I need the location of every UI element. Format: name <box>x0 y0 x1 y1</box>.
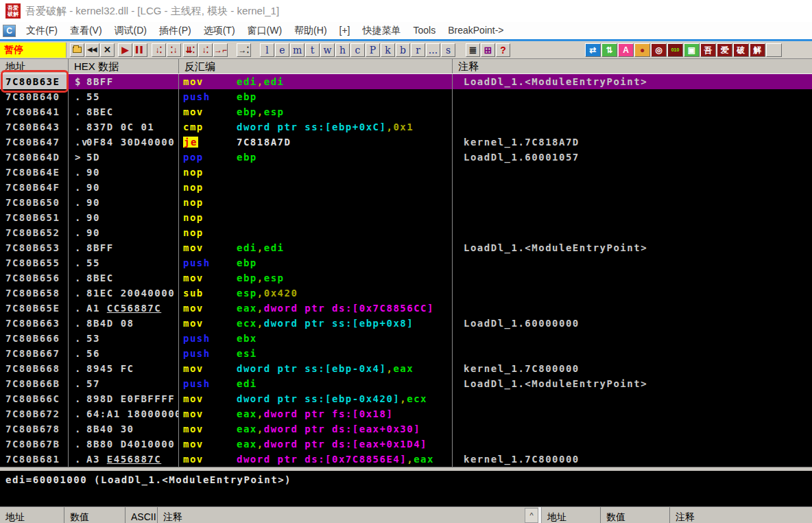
open-file-button[interactable] <box>70 43 84 57</box>
mdi-child-icon[interactable]: C <box>3 25 16 37</box>
plugin-swap-icon[interactable]: ⇄ <box>585 43 601 57</box>
windows-button[interactable]: w <box>320 43 335 57</box>
plugin-jie-icon[interactable]: 解 <box>750 43 765 57</box>
instruction-cell: je7C818A7D <box>179 135 453 150</box>
header-disassembly[interactable]: 反汇编 <box>179 59 453 73</box>
menu-item-options[interactable]: 选项(T) <box>198 23 241 38</box>
dump-header-comment[interactable]: 注释 <box>158 507 525 523</box>
plugin-updown-icon[interactable]: ⇅ <box>601 43 617 57</box>
disasm-row[interactable]: 7C80B652.90nop <box>0 225 812 240</box>
address-cell: 7C80B64D <box>0 150 69 165</box>
comment-cell <box>453 406 812 421</box>
disasm-row[interactable]: 7C80B668.8945 FCmovdword ptr ss:[ebp-0x4… <box>0 361 812 376</box>
instruction-cell: movedi,edi <box>179 74 453 89</box>
menu-item-tools[interactable]: Tools <box>407 23 442 38</box>
disasm-row[interactable]: 7C80B641.8BECmovebp,esp <box>0 104 812 119</box>
disasm-row[interactable]: 7C80B66C.898D E0FBFFFFmovdword ptr ss:[e… <box>0 391 812 406</box>
go-to-button[interactable]: →⁚ <box>237 43 251 57</box>
execute-till-return-button[interactable]: →⌐ <box>213 43 228 57</box>
disasm-row[interactable]: 7C80B653.8BFFmovedi,ediLoadDl_1.<ModuleE… <box>0 240 812 255</box>
disasm-row[interactable]: 7C80B655.55pushebp <box>0 255 812 270</box>
disasm-row[interactable]: 7C80B681.A3 E456887Cmovdword ptr ds:[0x7… <box>0 452 812 467</box>
restart-button[interactable]: ◀◀ <box>85 43 99 57</box>
disasm-row[interactable]: 7C80B647.v0F84 30D40000je7C818A7Dkernel_… <box>0 135 812 150</box>
toolbar-gap <box>456 43 466 57</box>
scroll-up-button[interactable]: ^ <box>525 508 538 523</box>
disasm-row[interactable]: 7C80B650.90nop <box>0 195 812 210</box>
threads-button[interactable]: t <box>305 43 320 57</box>
analysis-prefix: . <box>69 361 86 376</box>
plugin-window-icon[interactable]: ▣ <box>684 43 700 57</box>
disasm-row[interactable]: 7C80B66B.57pushediLoadDl_1.<ModuleEntryP… <box>0 376 812 391</box>
disasm-row[interactable]: 7C80B663.8B4D 08movecx,dword ptr ss:[ebp… <box>0 316 812 331</box>
breakpoints-button[interactable]: b <box>396 43 410 57</box>
disasm-row[interactable]: 7C80B65E.A1 CC56887Cmoveax,dword ptr ds:… <box>0 301 812 316</box>
disasm-row[interactable]: 7C80B64D>5DpopebpLoadDl_1.60001057 <box>0 150 812 165</box>
run-button[interactable]: ▶ <box>118 43 132 57</box>
menu-item-breakpoint[interactable]: BreakPoint-> <box>442 23 510 38</box>
menu-item-quick-menu[interactable]: 快捷菜单 <box>357 23 407 38</box>
executables-button[interactable]: e <box>275 43 289 57</box>
step-into-button[interactable]: ↓⁚ <box>152 43 166 57</box>
menu-item-windows[interactable]: 窗口(W) <box>241 23 289 38</box>
dump-header-address[interactable]: 地址 <box>0 507 64 523</box>
options-window-button[interactable]: ⊞ <box>481 43 495 57</box>
close-window-button[interactable]: ✕ <box>100 43 115 57</box>
call-stack-button[interactable]: k <box>381 43 395 57</box>
cpu-button[interactable]: c <box>350 43 365 57</box>
stack-header-comment[interactable]: 注释 <box>670 507 812 523</box>
plugin-wu-icon[interactable]: 吾 <box>700 43 716 57</box>
trace-over-button[interactable]: ↓⁚ <box>198 43 213 57</box>
help-button[interactable]: ? <box>496 43 510 57</box>
plugin-ai-icon[interactable]: 爱 <box>717 43 732 57</box>
disasm-row[interactable]: 7C80B666.53pushebx <box>0 331 812 346</box>
menu-item-debug[interactable]: 调试(D) <box>108 23 153 38</box>
disasm-row[interactable]: 7C80B67B.8B80 D4010000moveax,dword ptr d… <box>0 437 812 452</box>
blank-button[interactable] <box>766 43 782 57</box>
header-address[interactable]: 地址 <box>0 59 69 73</box>
stack-header-address[interactable]: 地址 <box>542 507 601 523</box>
disasm-row[interactable]: 7C80B672.64:A1 18000000moveax,dword ptr … <box>0 406 812 421</box>
menu-item-plugins[interactable]: 插件(P) <box>153 23 198 38</box>
plugin-assembler-icon[interactable]: A <box>618 43 634 57</box>
menu-item-help[interactable]: 帮助(H) <box>288 23 333 38</box>
disasm-row[interactable]: 7C80B651.90nop <box>0 210 812 225</box>
instruction-cell: nop <box>179 225 453 240</box>
memory-map-button[interactable]: m <box>290 43 304 57</box>
hex-cell: .8B80 D4010000 <box>69 437 179 452</box>
disasm-row[interactable]: 7C80B667.56pushesi <box>0 346 812 361</box>
plugin-po-icon[interactable]: 破 <box>733 43 749 57</box>
menu-items: 文件(F)查看(V)调试(D)插件(P)选项(T)窗口(W)帮助(H)[+]快捷… <box>20 23 510 38</box>
patches-button[interactable]: P <box>366 43 380 57</box>
disasm-row[interactable]: 7C80B640.55pushebp <box>0 89 812 104</box>
disasm-row[interactable]: 7C80B64E.90nop <box>0 165 812 180</box>
disasm-row[interactable]: 7C80B643.837D 0C 01cmpdword ptr ss:[ebp+… <box>0 119 812 135</box>
analysis-prefix: . <box>69 195 86 210</box>
disasm-row[interactable]: 7C80B656.8BECmovebp,esp <box>0 270 812 286</box>
disasm-row[interactable]: 7C80B64F.90nop <box>0 180 812 195</box>
stack-header-value[interactable]: 数值 <box>601 507 670 523</box>
disasm-row[interactable]: 7C80B658.81EC 20040000subesp,0x420 <box>0 286 812 301</box>
references-button[interactable]: r <box>411 43 425 57</box>
dump-header-value[interactable]: 数值 <box>64 507 126 523</box>
trace-into-button[interactable]: ⇊⁚ <box>183 43 198 57</box>
header-hex-data[interactable]: HEX 数据 <box>69 59 179 73</box>
plugin-record-icon[interactable]: ● <box>634 43 650 57</box>
header-comment[interactable]: 注释 <box>453 59 812 73</box>
log-window-button[interactable]: l <box>260 43 274 57</box>
menu-item-view[interactable]: 查看(V) <box>64 23 108 38</box>
step-over-button[interactable]: ⁚↓ <box>167 43 181 57</box>
address-cell: 7C80B640 <box>0 89 69 104</box>
dump-header-ascii[interactable]: ASCII <box>126 507 158 523</box>
plugin-binary-icon[interactable]: 010 <box>667 43 683 57</box>
plugin-target-icon[interactable]: ◎ <box>651 43 667 57</box>
log-list-button[interactable]: ≣ <box>466 43 480 57</box>
menu-item-plus[interactable]: [+] <box>333 23 357 38</box>
disasm-row[interactable]: 7C80B63E$8BFFmovedi,ediLoadDl_1.<ModuleE… <box>0 74 812 89</box>
source-button[interactable]: s <box>441 43 455 57</box>
run-trace-button[interactable]: ... <box>426 43 440 57</box>
disasm-row[interactable]: 7C80B678.8B40 30moveax,dword ptr ds:[eax… <box>0 421 812 437</box>
menu-item-file[interactable]: 文件(F) <box>20 23 64 38</box>
handles-button[interactable]: h <box>335 43 350 57</box>
pause-button[interactable]: ▌▌ <box>133 43 147 57</box>
